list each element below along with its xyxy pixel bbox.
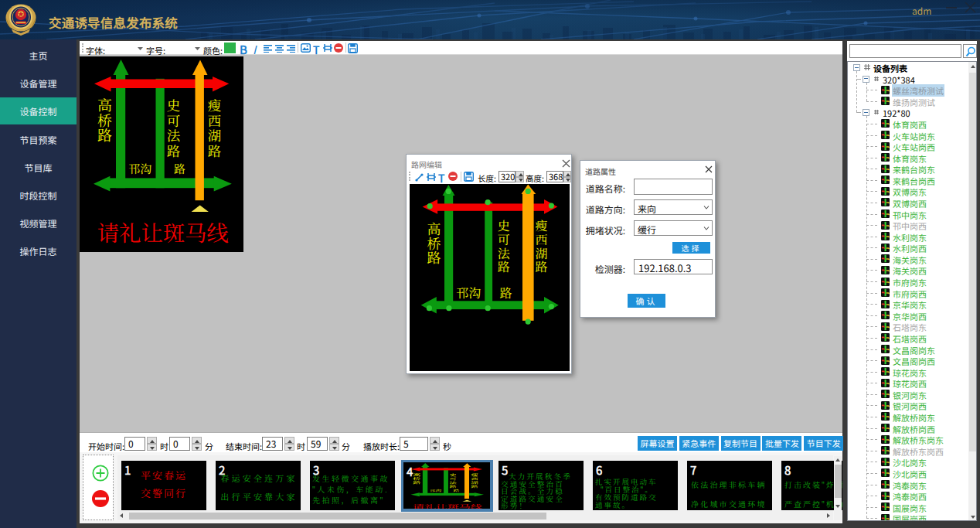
svg-text:路: 路	[97, 124, 112, 145]
svg-text:请礼让斑马线: 请礼让斑马线	[413, 502, 482, 509]
svg-text:路: 路	[174, 160, 185, 176]
svg-text:路: 路	[499, 284, 512, 301]
svg-text:邗沟: 邗沟	[128, 160, 151, 176]
svg-text:路: 路	[427, 247, 441, 267]
svg-text:路: 路	[471, 484, 479, 489]
svg-text:路: 路	[413, 479, 420, 485]
svg-text:路: 路	[454, 489, 461, 492]
svg-text:路: 路	[208, 141, 222, 160]
svg-text:请礼让斑马线: 请礼让斑马线	[97, 216, 229, 247]
svg-text:邗沟: 邗沟	[429, 489, 441, 492]
svg-text:路: 路	[450, 484, 458, 489]
svg-text:路: 路	[536, 257, 548, 275]
svg-text:路: 路	[167, 141, 181, 160]
svg-text:邗沟: 邗沟	[456, 284, 481, 301]
svg-text:路: 路	[498, 257, 510, 275]
